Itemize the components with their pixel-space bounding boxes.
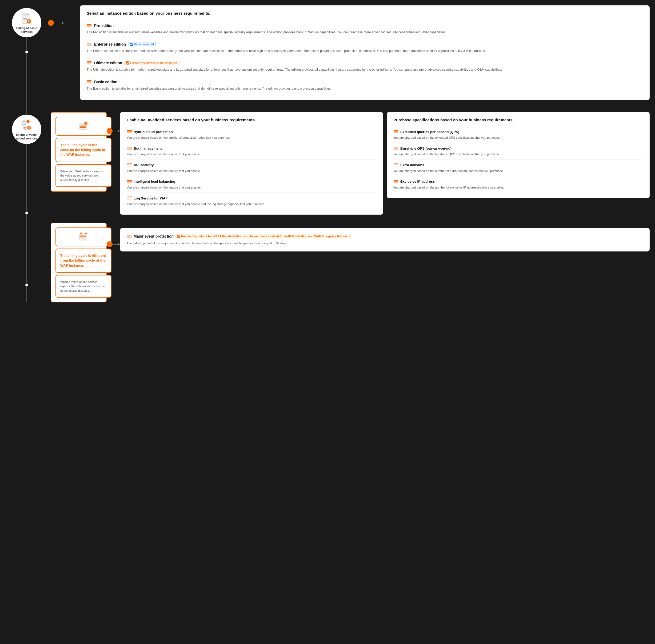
recommended-badge: Recommended (128, 42, 156, 46)
ultimate-edition-item: Ultimate edition Custom specifications a… (87, 57, 643, 76)
svg-rect-39 (127, 148, 132, 148)
svg-rect-1 (23, 13, 28, 15)
diff-cycle-icon (78, 232, 89, 241)
svg-rect-57 (393, 164, 399, 165)
svg-text:+: + (85, 122, 86, 125)
pro-edition-icon (87, 23, 92, 28)
svg-rect-48 (127, 198, 132, 199)
log-service-item: Log Service for WAF You are charged base… (127, 193, 376, 209)
svg-rect-38 (127, 149, 132, 150)
enabled-badge: Enabled by default for WAF Ultimate Edit… (175, 234, 349, 238)
svg-rect-31 (80, 126, 86, 127)
orange-connector-2 (107, 128, 113, 134)
ultimate-edition-icon (87, 60, 92, 66)
extended-qps-icon (393, 129, 399, 134)
billing-value-icon: + ¥ (19, 118, 35, 132)
connector-dot-1 (25, 51, 28, 53)
custom-badge: Custom specifications are supported (124, 61, 180, 65)
svg-rect-47 (127, 199, 132, 200)
svg-rect-36 (127, 131, 132, 132)
svg-rect-8 (87, 25, 91, 26)
ultimate-edition-desc: The Ultimate edition is suitable for med… (87, 67, 643, 72)
check-icon-2 (126, 61, 129, 65)
svg-rect-65 (80, 237, 86, 238)
svg-rect-70 (127, 235, 132, 235)
same-cycle-icon: + (78, 122, 89, 130)
connector-dot-2 (25, 212, 28, 214)
svg-rect-50 (393, 132, 399, 133)
connector-dot-3 (25, 284, 28, 286)
load-balancing-item: Intelligent load balancing You are charg… (127, 176, 376, 193)
svg-rect-46 (127, 180, 132, 181)
diff-cycle-title: The billing cycle is different from the … (55, 249, 111, 273)
svg-rect-35 (127, 132, 132, 133)
same-cycle-card: + The billing cycle is the same as the b… (51, 112, 107, 192)
svg-rect-18 (87, 83, 91, 83)
exclusive-ip-item: Exclusive IP address You are charged bas… (393, 176, 643, 192)
pro-edition-title: Pro edition (94, 23, 114, 28)
svg-rect-55 (393, 147, 399, 147)
svg-text:¥: ¥ (28, 20, 29, 23)
basic-edition-title: Basic edition (94, 80, 117, 84)
enterprise-edition-item: Enterprise edition Recommended The Enter… (87, 39, 643, 57)
same-cycle-desc: When your WAF instance expires, the valu… (55, 164, 111, 187)
svg-rect-53 (393, 149, 399, 150)
basic-edition-icon (87, 79, 92, 85)
billing-basic-icon: ¥ (19, 12, 35, 25)
value-added-panel: Enable value-added services based on you… (120, 112, 383, 215)
svg-rect-51 (393, 131, 399, 132)
billing-basic-label: Billing of basic services (16, 26, 37, 34)
major-event-panel: Major event protection Enabled by defaul… (120, 228, 650, 251)
instance-edition-header: Select an instance edition based on your… (87, 11, 643, 16)
svg-text:+: + (27, 120, 29, 123)
billing-value-label: Billing of value- added services (16, 133, 38, 140)
svg-rect-3 (23, 18, 27, 19)
svg-rect-37 (127, 130, 132, 131)
svg-rect-19 (87, 81, 91, 82)
hybrid-cloud-item: Hybrid cloud protection You are charged … (127, 127, 376, 143)
svg-rect-69 (127, 236, 132, 236)
log-service-icon (127, 196, 132, 201)
ultimate-edition-title: Ultimate edition (94, 61, 122, 65)
svg-rect-14 (87, 64, 91, 64)
instance-edition-panel: Select an instance edition based on your… (64, 5, 650, 105)
svg-rect-45 (127, 181, 132, 182)
billing-basic-node: ¥ Billing of basic services (12, 8, 41, 37)
svg-rect-58 (393, 163, 399, 164)
svg-rect-15 (87, 62, 91, 63)
svg-rect-44 (127, 182, 132, 183)
value-added-header: Enable value-added services based on you… (127, 118, 376, 122)
svg-rect-12 (87, 43, 91, 44)
extra-domains-icon (393, 162, 399, 168)
svg-rect-59 (393, 182, 399, 183)
check-icon (130, 43, 133, 46)
exclusive-ip-icon (393, 179, 399, 184)
enterprise-edition-title: Enterprise edition (94, 42, 126, 46)
svg-rect-4 (23, 20, 27, 20)
svg-rect-63 (80, 235, 86, 236)
svg-rect-60 (393, 181, 399, 182)
burstable-qps-item: Burstable QPS (pay-as-you-go) You are ch… (393, 143, 643, 159)
svg-rect-7 (87, 26, 91, 27)
arrow-3 (118, 243, 120, 246)
svg-rect-56 (393, 166, 399, 166)
svg-rect-64 (80, 236, 86, 237)
arrow-2 (118, 130, 120, 132)
svg-rect-68 (127, 237, 132, 237)
svg-rect-52 (393, 130, 399, 131)
orange-connector-1 (48, 20, 54, 26)
svg-rect-11 (87, 44, 91, 45)
svg-rect-20 (87, 80, 91, 81)
svg-rect-42 (127, 164, 132, 165)
purchase-specs-panel: Purchase specifications based on your bu… (387, 112, 650, 198)
svg-rect-10 (87, 45, 91, 46)
check-icon-3 (177, 235, 180, 238)
svg-rect-40 (127, 147, 132, 147)
api-security-item: API security You are charged based on th… (127, 160, 376, 176)
load-balancing-icon (127, 179, 132, 184)
svg-text:¥: ¥ (28, 127, 29, 129)
pro-edition-item: Pro edition The Pro edition is suitable … (87, 20, 643, 39)
svg-rect-41 (127, 166, 132, 166)
svg-rect-2 (23, 17, 28, 17)
bot-mgmt-icon (127, 145, 132, 151)
